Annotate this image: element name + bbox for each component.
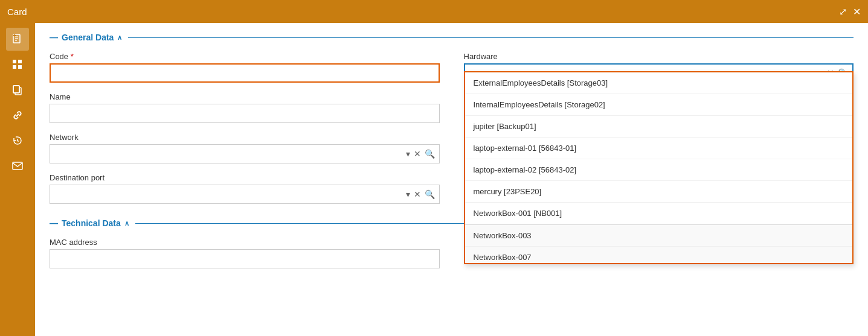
network-dropdown-btn[interactable]: ▾ <box>404 149 412 159</box>
content-area: General Data ∧ Code * Name <box>35 23 868 336</box>
dropdown-item-6[interactable]: NetworkBox-001 [NB001] <box>465 203 853 224</box>
network-clear-btn[interactable]: ✕ <box>412 149 423 159</box>
mac-address-input[interactable] <box>50 249 440 268</box>
network-label: Network <box>50 133 440 142</box>
dropdown-item-2[interactable]: jupiter [Backup01] <box>465 116 853 138</box>
window-title: Card <box>7 7 27 17</box>
technical-data-chevron[interactable]: ∧ <box>124 220 129 227</box>
destination-port-label: Destination port <box>50 173 440 182</box>
dropdown-item-1[interactable]: InternalEmployeesDetails [Storage02] <box>465 94 853 116</box>
code-field-group: Code * <box>50 52 440 83</box>
general-data-layout: Code * Name Network ▾ <box>50 52 854 214</box>
code-label: Code * <box>50 52 440 61</box>
destination-port-input[interactable] <box>55 190 404 199</box>
name-field-group: Name <box>50 92 440 123</box>
destination-port-dropdown-btn[interactable]: ▾ <box>404 189 412 199</box>
network-input-container: ▾ ✕ 🔍 <box>50 144 440 163</box>
destination-port-field-group: Destination port ▾ ✕ 🔍 <box>50 173 440 204</box>
sidebar <box>0 23 35 336</box>
close-button[interactable]: ✕ <box>853 6 861 17</box>
svg-rect-10 <box>13 86 19 93</box>
svg-rect-14 <box>13 162 22 170</box>
destination-port-input-container: ▾ ✕ 🔍 <box>50 185 440 204</box>
svg-rect-8 <box>18 65 22 69</box>
sidebar-icon-mail[interactable] <box>6 154 29 177</box>
sidebar-icon-document[interactable] <box>6 28 29 51</box>
svg-rect-6 <box>18 60 22 63</box>
dropdown-item-3[interactable]: laptop-external-01 [56843-01] <box>465 138 853 159</box>
general-data-label: General Data <box>62 33 114 42</box>
dropdown-item-8[interactable]: NetworkBox-007 <box>465 247 853 264</box>
network-search-btn[interactable]: 🔍 <box>423 149 437 159</box>
dropdown-item-0[interactable]: ExternalEmployeesDetails [Storage03] <box>465 72 853 94</box>
right-column: Hardware ▾ ✕ 🔍 ExternalEmployeesDetails … <box>464 52 854 214</box>
app-window: Card ⤢ ✕ <box>0 0 868 336</box>
left-column: Code * Name Network ▾ <box>50 52 440 214</box>
sidebar-icon-copy[interactable] <box>6 78 29 101</box>
destination-port-clear-btn[interactable]: ✕ <box>412 189 423 199</box>
network-field-group: Network ▾ ✕ 🔍 <box>50 133 440 163</box>
dropdown-item-7[interactable]: NetworkBox-003 <box>465 224 853 247</box>
sidebar-icon-grid[interactable] <box>6 53 29 76</box>
titlebar: Card ⤢ ✕ <box>0 0 868 23</box>
general-data-chevron[interactable]: ∧ <box>117 34 122 42</box>
expand-button[interactable]: ⤢ <box>839 6 847 17</box>
technical-data-label: Technical Data <box>62 218 121 228</box>
code-required: * <box>71 52 74 61</box>
code-input[interactable] <box>50 63 440 83</box>
titlebar-controls: ⤢ ✕ <box>839 6 861 17</box>
main-layout: General Data ∧ Code * Name <box>0 23 868 336</box>
hardware-dropdown-list: ExternalEmployeesDetails [Storage03] Int… <box>464 71 854 264</box>
svg-rect-7 <box>13 65 16 69</box>
general-data-section-header: General Data ∧ <box>50 33 854 42</box>
network-input[interactable] <box>55 150 404 159</box>
dropdown-item-5[interactable]: mercury [23PSE20] <box>465 181 853 203</box>
name-input[interactable] <box>50 104 440 123</box>
sidebar-icon-link[interactable] <box>6 104 29 127</box>
hardware-label: Hardware <box>464 52 854 61</box>
sidebar-icon-history[interactable] <box>6 129 29 152</box>
svg-rect-5 <box>13 60 16 63</box>
destination-port-search-btn[interactable]: 🔍 <box>423 189 437 199</box>
name-label: Name <box>50 92 440 101</box>
dropdown-item-4[interactable]: laptop-external-02 [56843-02] <box>465 159 853 181</box>
hardware-field-group: Hardware ▾ ✕ 🔍 ExternalEmployeesDetails … <box>464 52 854 83</box>
